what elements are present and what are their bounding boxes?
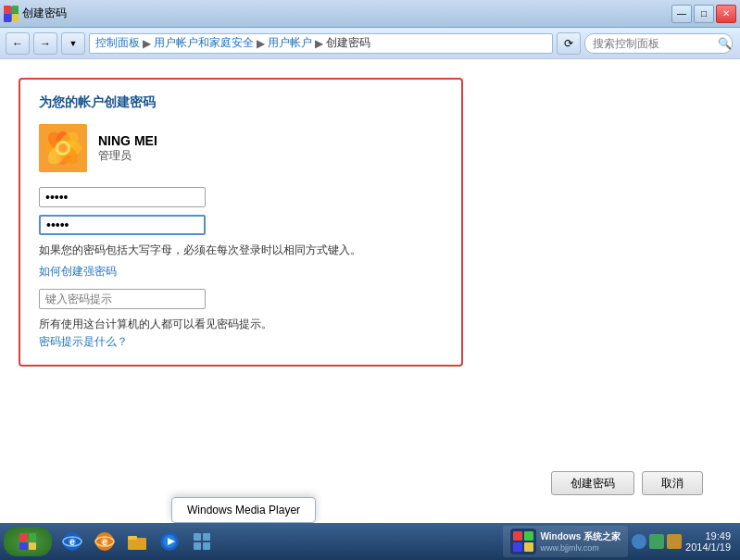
svg-rect-24 <box>194 533 201 541</box>
brand-text: Windows 系统之家 www.bjjmlv.com <box>540 530 621 553</box>
breadcrumb-sep3: ▶ <box>315 37 323 50</box>
user-info: NING MEI 管理员 <box>39 124 443 172</box>
minimize-button[interactable]: — <box>671 5 692 23</box>
breadcrumb-part1[interactable]: 控制面板 <box>95 35 140 51</box>
breadcrumb-sep2: ▶ <box>257 37 265 50</box>
brand-area[interactable]: Windows 系统之家 www.bjjmlv.com <box>503 526 628 557</box>
svg-rect-27 <box>203 542 210 550</box>
panel-title: 为您的帐户创建密码 <box>39 94 443 111</box>
system-clock: 19:49 2014/1/19 <box>685 530 731 553</box>
back-button[interactable]: ← <box>6 32 30 55</box>
windows-logo <box>19 533 36 550</box>
svg-rect-30 <box>524 531 533 541</box>
window-title: 创建密码 <box>22 6 671 21</box>
svg-rect-25 <box>203 533 210 541</box>
user-name: NING MEI <box>98 133 157 148</box>
svg-rect-20 <box>128 536 137 540</box>
svg-point-10 <box>58 143 68 153</box>
search-input[interactable] <box>584 33 733 54</box>
brand-icon <box>510 529 536 554</box>
refresh-button[interactable]: ⟳ <box>557 32 581 55</box>
content-area: 为您的帐户创建密码 <box>0 59 740 523</box>
start-button[interactable] <box>4 527 52 556</box>
create-password-button[interactable]: 创建密码 <box>551 471 634 495</box>
forward-button[interactable]: → <box>33 32 57 55</box>
address-bar: ← → ▼ 控制面板 ▶ 用户帐户和家庭安全 ▶ 用户帐户 ▶ 创建密码 ⟳ 🔍 <box>0 28 740 59</box>
breadcrumb-part4: 创建密码 <box>326 35 370 51</box>
dropdown-button[interactable]: ▼ <box>61 32 85 55</box>
folder-taskbar-icon[interactable] <box>122 527 152 556</box>
svg-rect-31 <box>513 542 522 552</box>
taskbar: e e <box>0 523 740 560</box>
confirm-password-input[interactable] <box>39 215 206 235</box>
hint-input[interactable] <box>39 289 206 309</box>
action-buttons: 创建密码 取消 <box>19 471 721 504</box>
svg-rect-26 <box>194 542 201 550</box>
password-group <box>39 187 443 207</box>
breadcrumb-sep1: ▶ <box>143 37 151 50</box>
breadcrumb-part2[interactable]: 用户帐户和家庭安全 <box>154 35 254 51</box>
apps-taskbar-icon[interactable] <box>187 527 217 556</box>
tray-icons <box>632 534 682 549</box>
media-player-label: Windows Media Player <box>187 504 300 516</box>
cancel-button[interactable]: 取消 <box>642 471 703 495</box>
avatar <box>39 124 87 172</box>
strong-password-link[interactable]: 如何创建强密码 <box>39 265 117 278</box>
title-bar: 创建密码 — □ ✕ <box>0 0 740 28</box>
svg-text:e: e <box>69 537 75 547</box>
svg-rect-29 <box>513 531 522 541</box>
hint-group <box>39 280 443 309</box>
user-role: 管理员 <box>98 148 157 164</box>
maximize-button[interactable]: □ <box>694 5 714 23</box>
hint-note: 所有使用这台计算机的人都可以看见密码提示。 <box>39 317 443 332</box>
control-panel-window: 创建密码 — □ ✕ ← → ▼ 控制面板 ▶ 用户帐户和家庭安全 ▶ 用户帐户… <box>0 0 740 523</box>
media-player-taskbar-icon[interactable] <box>155 527 184 556</box>
confirm-password-group <box>39 215 443 235</box>
close-button[interactable]: ✕ <box>716 5 736 23</box>
window-icon <box>4 6 19 21</box>
breadcrumb-part3[interactable]: 用户帐户 <box>268 35 312 51</box>
tray-icon-2 <box>649 534 664 549</box>
tray-icon-3 <box>667 534 682 549</box>
hint-link[interactable]: 密码提示是什么？ <box>39 335 128 348</box>
ie2-taskbar-icon[interactable]: e <box>90 527 119 556</box>
system-tray: Windows 系统之家 www.bjjmlv.com 19:49 2014/1… <box>497 523 736 560</box>
search-icon[interactable]: 🔍 <box>714 33 734 54</box>
create-password-panel: 为您的帐户创建密码 <box>19 78 463 367</box>
ie-taskbar-icon[interactable]: e <box>57 527 87 556</box>
password-hint-text: 如果您的密码包括大写字母，必须在每次登录时以相同方式键入。 <box>39 243 443 258</box>
breadcrumb: 控制面板 ▶ 用户帐户和家庭安全 ▶ 用户帐户 ▶ 创建密码 <box>89 33 553 54</box>
tray-icon-1 <box>632 534 646 549</box>
password-input[interactable] <box>39 187 206 207</box>
media-player-popup[interactable]: Windows Media Player <box>171 497 316 523</box>
svg-rect-32 <box>524 542 533 552</box>
taskbar-icons: e e <box>57 527 217 556</box>
window-controls: — □ ✕ <box>671 5 736 23</box>
user-details: NING MEI 管理员 <box>98 133 157 164</box>
svg-text:e: e <box>102 537 107 547</box>
